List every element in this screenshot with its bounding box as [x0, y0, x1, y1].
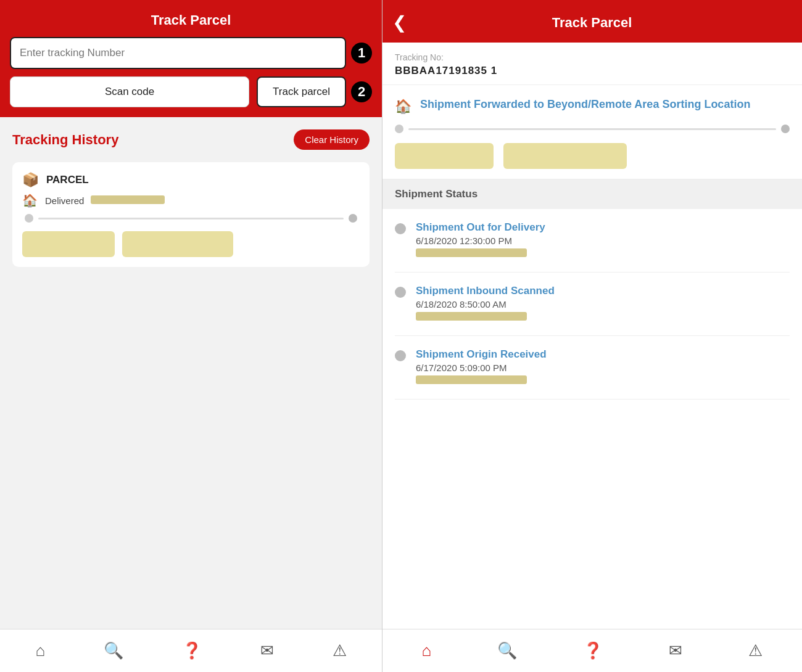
history-item-type-row: 📦 PARCEL — [22, 172, 360, 188]
status-title-1: Shipment Out for Delivery — [416, 221, 545, 234]
slider-dot-right — [349, 214, 357, 223]
status-info-1: Shipment Out for Delivery 6/18/2020 12:3… — [416, 221, 545, 260]
status-dot-3 — [395, 350, 406, 361]
right-redacted-block-2 — [503, 143, 627, 169]
status-dot-1 — [395, 223, 406, 234]
tracking-no-label: Tracking No: — [395, 52, 790, 62]
history-header: Tracking History Clear History — [12, 129, 370, 150]
status-item-3: Shipment Origin Received 6/17/2020 5:09:… — [395, 336, 790, 400]
tracking-number-input[interactable] — [10, 37, 346, 69]
status-item-2: Shipment Inbound Scanned 6/18/2020 8:50:… — [395, 272, 790, 336]
tracking-input-row: 1 — [10, 37, 372, 69]
redacted-blocks-row — [22, 231, 360, 257]
slider-track — [38, 218, 344, 219]
status-info-3: Shipment Origin Received 6/17/2020 5:09:… — [416, 348, 547, 387]
right-nav-help[interactable]: ❓ — [583, 641, 603, 660]
status-location-1 — [416, 248, 527, 257]
left-spacer — [0, 273, 382, 629]
right-screen: ❮ Track Parcel Tracking No: BBBAA1719183… — [382, 0, 802, 672]
right-content: Tracking No: BBBAA17191835 1 🏠 Shipment … — [382, 43, 802, 629]
right-header: ❮ Track Parcel — [382, 0, 802, 43]
delivered-icon: 🏠 — [22, 193, 38, 208]
left-bottom-nav: ⌂ 🔍 ❓ ✉ ⚠ — [0, 629, 382, 672]
shipment-status-header: Shipment Status — [382, 179, 802, 209]
left-nav-help[interactable]: ❓ — [182, 641, 202, 660]
delivered-text: Delivered — [45, 195, 165, 206]
right-slider-dot-right — [781, 125, 790, 133]
buttons-row: Scan code Track parcel 2 — [10, 76, 372, 107]
history-title: Tracking History — [12, 132, 118, 148]
history-item[interactable]: 📦 PARCEL 🏠 Delivered — [12, 162, 370, 267]
forwarded-section: 🏠 Shipment Forwarded to Beyond/Remote Ar… — [382, 85, 802, 179]
left-nav-warning[interactable]: ⚠ — [333, 641, 347, 660]
left-title: Track Parcel — [10, 12, 372, 28]
status-list: Shipment Out for Delivery 6/18/2020 12:3… — [382, 209, 802, 400]
status-location-2 — [416, 312, 527, 321]
status-info-2: Shipment Inbound Scanned 6/18/2020 8:50:… — [416, 285, 555, 323]
status-location-3 — [416, 375, 527, 384]
forwarded-title: Shipment Forwarded to Beyond/Remote Area… — [420, 97, 750, 112]
right-nav-warning[interactable]: ⚠ — [748, 641, 763, 660]
redacted-block-2 — [122, 231, 233, 257]
badge-2: 2 — [351, 81, 372, 102]
status-date-1: 6/18/2020 12:30:00 PM — [416, 236, 545, 246]
parcel-icon: 📦 — [22, 172, 39, 188]
clear-history-button[interactable]: Clear History — [294, 129, 370, 150]
left-screen: Track Parcel 1 Scan code Track parcel 2 … — [0, 0, 382, 672]
badge-1: 1 — [351, 43, 372, 64]
history-section: Tracking History Clear History 📦 PARCEL … — [0, 117, 382, 273]
slider-row — [22, 214, 360, 223]
right-title: Track Parcel — [416, 15, 792, 31]
status-title-3: Shipment Origin Received — [416, 348, 547, 361]
forwarded-icon: 🏠 — [395, 99, 411, 115]
tracking-no-section: Tracking No: BBBAA17191835 1 — [382, 43, 802, 85]
slider-dot-left — [25, 214, 33, 223]
left-header: Track Parcel 1 Scan code Track parcel 2 — [0, 0, 382, 117]
status-date-2: 6/18/2020 8:50:00 AM — [416, 299, 555, 309]
right-redacted-blocks — [395, 143, 790, 169]
status-date-3: 6/17/2020 5:09:00 PM — [416, 363, 547, 373]
status-title-2: Shipment Inbound Scanned — [416, 285, 555, 297]
forwarded-row: 🏠 Shipment Forwarded to Beyond/Remote Ar… — [395, 97, 790, 115]
left-nav-search[interactable]: 🔍 — [104, 641, 123, 660]
redacted-block-1 — [22, 231, 115, 257]
delivered-row: 🏠 Delivered — [22, 193, 360, 208]
parcel-label: PARCEL — [46, 174, 89, 186]
right-nav-search[interactable]: 🔍 — [497, 641, 517, 660]
tracking-no-value: BBBAA17191835 1 — [395, 65, 790, 77]
left-nav-mail[interactable]: ✉ — [260, 641, 274, 660]
right-slider-dot-left — [395, 125, 403, 133]
right-redacted-block-1 — [395, 143, 494, 169]
left-nav-home[interactable]: ⌂ — [35, 641, 45, 660]
status-dot-2 — [395, 287, 406, 298]
redacted-tracking — [91, 195, 165, 204]
right-slider-row — [395, 125, 790, 133]
right-nav-mail[interactable]: ✉ — [669, 641, 682, 660]
track-btn-wrapper: Track parcel 2 — [257, 76, 372, 107]
right-slider-track — [408, 128, 776, 130]
right-bottom-nav: ⌂ 🔍 ❓ ✉ ⚠ — [382, 629, 802, 672]
back-button[interactable]: ❮ — [392, 12, 407, 33]
right-nav-home[interactable]: ⌂ — [422, 641, 432, 660]
scan-code-button[interactable]: Scan code — [10, 76, 249, 107]
track-parcel-button[interactable]: Track parcel — [257, 76, 346, 107]
status-item-1: Shipment Out for Delivery 6/18/2020 12:3… — [395, 209, 790, 272]
